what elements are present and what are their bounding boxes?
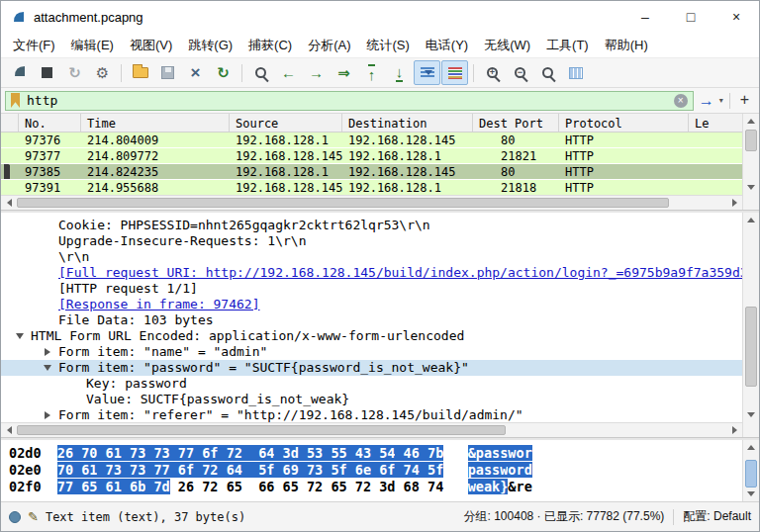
zoom-out-button[interactable]: − <box>507 60 533 85</box>
hex-byte[interactable]: 65 <box>227 479 242 494</box>
reload-file-button[interactable]: ↻ <box>210 60 237 85</box>
capture-stop-button[interactable] <box>34 60 60 85</box>
first-packet-button[interactable]: ↑ <box>358 60 385 85</box>
save-file-button[interactable] <box>154 60 181 85</box>
scrollbar-thumb[interactable] <box>745 460 757 488</box>
hex-byte[interactable]: 54 <box>379 445 395 461</box>
detail-line[interactable]: Form item: "password" = "SUCTF{password_… <box>1 360 742 376</box>
scrollbar-thumb[interactable] <box>745 307 757 387</box>
ascii-char[interactable]: o <box>508 462 516 478</box>
close-file-button[interactable]: × <box>182 60 209 85</box>
ascii-char[interactable]: & <box>508 479 516 494</box>
hex-byte[interactable]: 73 <box>130 462 145 478</box>
hex-byte[interactable]: 61 <box>106 479 122 494</box>
hex-byte[interactable]: 77 <box>153 462 169 478</box>
hex-byte[interactable]: 5f <box>428 462 443 478</box>
hex-byte[interactable]: 77 <box>57 479 73 494</box>
hex-byte[interactable]: 73 <box>106 462 122 478</box>
detail-line[interactable]: File Data: 103 bytes <box>1 312 742 328</box>
hex-byte[interactable]: 26 <box>178 479 194 494</box>
packet-row[interactable]: 97377214.809772192.168.128.145192.168.12… <box>1 148 742 164</box>
column-header[interactable]: No. <box>19 114 81 132</box>
column-header[interactable]: Protocol <box>559 114 689 132</box>
hex-byte[interactable]: 64 <box>227 462 242 478</box>
detail-line[interactable]: Key: password <box>1 376 742 392</box>
detail-line[interactable]: Upgrade-Insecure-Requests: 1\r\n <box>1 233 742 249</box>
column-header[interactable]: Destination <box>342 114 473 132</box>
menu-item[interactable]: 统计(S) <box>358 34 417 57</box>
go-to-packet-button[interactable]: ⇒ <box>331 60 357 85</box>
filter-bookmark-icon[interactable] <box>11 93 20 108</box>
detail-line[interactable]: Form item: "referer" = "http://192.168.1… <box>1 407 742 422</box>
hex-byte[interactable]: 70 <box>57 462 73 478</box>
detail-link[interactable]: [Response in frame: 97462] <box>58 297 260 312</box>
hex-byte[interactable]: 65 <box>81 479 97 494</box>
filter-clear-icon[interactable]: × <box>674 94 688 108</box>
filter-value[interactable]: http <box>27 93 667 108</box>
capture-options-button[interactable]: ⚙ <box>89 60 116 85</box>
hex-byte[interactable]: 6f <box>202 445 218 461</box>
hex-byte[interactable]: 68 <box>404 479 420 494</box>
capture-start-button[interactable] <box>6 60 33 85</box>
menu-item[interactable]: 跳转(G) <box>180 34 240 57</box>
go-back-button[interactable]: ← <box>275 60 302 85</box>
detail-line[interactable]: \r\n <box>1 249 742 265</box>
hex-byte[interactable]: 77 <box>178 445 194 461</box>
hex-byte[interactable]: 7d <box>153 479 169 494</box>
zoom-reset-button[interactable] <box>534 60 561 85</box>
display-filter-input[interactable]: http × <box>5 91 694 111</box>
hex-byte[interactable]: 6b <box>130 479 145 494</box>
hex-byte[interactable]: 46 <box>404 445 420 461</box>
hex-byte[interactable]: 72 <box>307 479 323 494</box>
scroll-down-icon[interactable] <box>743 180 759 195</box>
column-header[interactable]: Source <box>230 114 342 132</box>
resize-columns-button[interactable] <box>562 60 589 85</box>
hex-byte[interactable]: 7b <box>428 445 443 461</box>
ascii-char[interactable]: r <box>517 479 524 494</box>
zoom-in-button[interactable]: + <box>479 60 506 85</box>
ascii-char[interactable]: r <box>517 462 524 478</box>
menu-item[interactable]: 电话(Y) <box>418 34 476 57</box>
detail-line[interactable]: Value: SUCTF{password_is_not_weak} <box>1 392 742 407</box>
details-hscrollbar[interactable] <box>1 422 742 437</box>
maximize-button[interactable]: □ <box>668 1 713 33</box>
hex-byte[interactable]: 64 <box>258 445 274 461</box>
hex-row[interactable]: 02f0 77 65 61 6b 7d 26 72 65 66 65 72 65… <box>9 479 742 495</box>
hex-byte[interactable]: 74 <box>404 462 420 478</box>
ascii-char[interactable]: a <box>476 462 484 478</box>
hex-byte[interactable]: 55 <box>331 445 346 461</box>
scroll-down-icon[interactable] <box>743 407 759 422</box>
column-header[interactable]: Dest Port <box>473 114 559 132</box>
menu-item[interactable]: 无线(W) <box>476 34 538 57</box>
close-button[interactable]: × <box>713 1 759 33</box>
ascii-char[interactable]: w <box>508 445 516 461</box>
hex-byte[interactable]: 73 <box>130 445 145 461</box>
hex-byte[interactable]: 3d <box>379 479 395 494</box>
details-vscrollbar[interactable] <box>742 213 759 422</box>
hex-byte[interactable]: 53 <box>307 445 323 461</box>
packet-list-vscrollbar[interactable] <box>742 114 759 195</box>
ascii-char[interactable]: a <box>484 479 492 494</box>
hex-row[interactable]: 02e0 70 61 73 73 77 6f 72 64 5f 69 73 5f… <box>9 462 742 479</box>
status-profile[interactable]: 配置: Default <box>683 508 751 525</box>
hex-byte[interactable]: 74 <box>428 479 443 494</box>
menu-item[interactable]: 工具(T) <box>538 34 597 57</box>
ascii-char[interactable]: r <box>524 445 532 461</box>
packet-row[interactable]: 97391214.955688192.168.128.145192.168.12… <box>1 180 742 195</box>
packet-list-hscrollbar[interactable] <box>1 195 742 210</box>
scroll-up-icon[interactable] <box>743 440 759 455</box>
ascii-char[interactable]: p <box>468 462 476 478</box>
find-packet-button[interactable] <box>247 60 274 85</box>
ascii-char[interactable]: k <box>492 479 500 494</box>
hex-byte[interactable]: 65 <box>283 479 299 494</box>
hex-byte[interactable]: 73 <box>153 445 169 461</box>
ascii-char[interactable]: s <box>492 462 500 478</box>
ascii-char[interactable]: & <box>468 445 476 461</box>
ascii-char[interactable]: s <box>484 462 492 478</box>
edit-comment-icon[interactable]: ✎ <box>28 510 39 523</box>
scroll-up-icon[interactable] <box>743 213 759 227</box>
menu-item[interactable]: 帮助(H) <box>597 34 656 57</box>
packet-row[interactable]: 97385214.824235192.168.128.1192.168.128.… <box>1 164 742 180</box>
hex-byte[interactable]: 5f <box>258 462 274 478</box>
expert-info-icon[interactable] <box>9 511 21 523</box>
